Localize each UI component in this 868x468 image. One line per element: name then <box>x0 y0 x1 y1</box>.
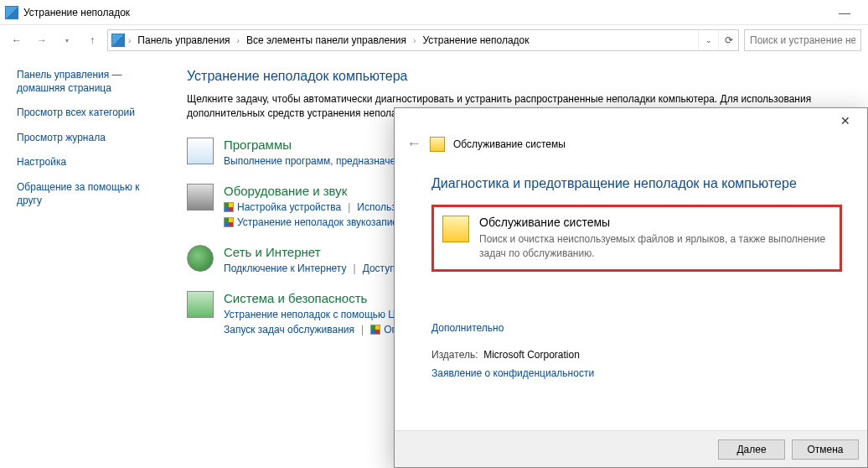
sidebar-link-help[interactable]: Обращение за помощью к другу <box>17 181 165 207</box>
chevron-right-icon: › <box>237 36 240 45</box>
wizard-title: Диагностика и предотвращение неполадок н… <box>431 176 842 191</box>
sidebar-link-history[interactable]: Просмотр журнала <box>17 132 165 145</box>
wizard-option-maintenance[interactable]: Обслуживание системы Поиск и очистка неи… <box>431 205 842 272</box>
publisher-label: Издатель: <box>431 349 478 361</box>
task-link[interactable]: Устранение неполадок звукозаписи <box>237 216 403 228</box>
minimize-button[interactable]: — <box>826 1 863 24</box>
recent-dropdown[interactable]: ▾ <box>57 30 77 50</box>
control-panel-icon <box>111 34 125 47</box>
close-button[interactable]: ✕ <box>829 110 862 132</box>
app-icon <box>5 6 18 19</box>
privacy-link[interactable]: Заявление о конфиденциальности <box>431 367 594 379</box>
sidebar-link-categories[interactable]: Просмотр всех категорий <box>17 107 165 120</box>
network-icon <box>187 245 214 272</box>
forward-button: → <box>32 30 52 50</box>
task-link[interactable]: Запуск задач обслуживания <box>224 324 354 335</box>
cancel-button[interactable]: Отмена <box>792 439 859 460</box>
breadcrumb-item[interactable]: Устранение неполадок <box>419 34 532 46</box>
breadcrumb-item[interactable]: Все элементы панели управления <box>243 34 410 46</box>
publisher-info: Издатель: Microsoft Corporation <box>431 349 842 361</box>
wizard-footer: Далее Отмена <box>395 430 867 467</box>
security-icon <box>187 291 214 318</box>
chevron-right-icon: › <box>128 36 131 45</box>
task-link[interactable]: Подключение к Интернету <box>224 263 347 274</box>
troubleshooter-wizard: ✕ ← Обслуживание системы Диагностика и п… <box>394 107 868 468</box>
address-dropdown[interactable]: ⌄ <box>698 30 718 50</box>
page-heading: Устранение неполадок компьютера <box>187 69 858 84</box>
maintenance-large-icon <box>442 216 469 242</box>
maintenance-icon <box>430 137 445 152</box>
programs-icon <box>187 138 214 164</box>
shield-icon <box>370 325 380 335</box>
back-button[interactable]: ← <box>7 30 27 50</box>
breadcrumb-item[interactable]: Панель управления <box>134 34 233 46</box>
hardware-icon <box>187 184 214 211</box>
wizard-header: ← Обслуживание системы <box>395 133 867 159</box>
wizard-titlebar: ✕ <box>395 108 867 133</box>
wizard-header-label: Обслуживание системы <box>453 138 566 150</box>
option-description: Поиск и очистка неиспользуемых файлов и … <box>479 232 831 261</box>
shield-icon <box>224 202 234 212</box>
navigation-bar: ← → ▾ ↑ › Панель управления › Все элемен… <box>0 25 868 55</box>
sidebar-link-home[interactable]: Панель управления — домашняя страница <box>17 69 165 95</box>
wizard-body: Диагностика и предотвращение неполадок н… <box>395 159 867 430</box>
wizard-back-button: ← <box>406 135 421 153</box>
option-title: Обслуживание системы <box>479 216 831 229</box>
next-button[interactable]: Далее <box>718 439 785 460</box>
advanced-link[interactable]: Дополнительно <box>431 322 842 334</box>
publisher-value: Microsoft Corporation <box>483 349 580 361</box>
window-title: Устранение неполадок <box>23 7 130 18</box>
sidebar: Панель управления — домашняя страница Пр… <box>0 55 172 468</box>
address-bar[interactable]: › Панель управления › Все элементы панел… <box>107 29 739 51</box>
window-titlebar: Устранение неполадок — <box>0 0 868 25</box>
chevron-right-icon: › <box>413 36 416 45</box>
shield-icon <box>224 217 234 227</box>
up-button[interactable]: ↑ <box>82 30 102 50</box>
task-link[interactable]: Настройка устройства <box>237 201 341 213</box>
search-box[interactable] <box>744 29 861 51</box>
sidebar-link-settings[interactable]: Настройка <box>17 156 165 169</box>
search-input[interactable] <box>748 34 857 47</box>
refresh-button[interactable]: ⟳ <box>718 30 738 50</box>
